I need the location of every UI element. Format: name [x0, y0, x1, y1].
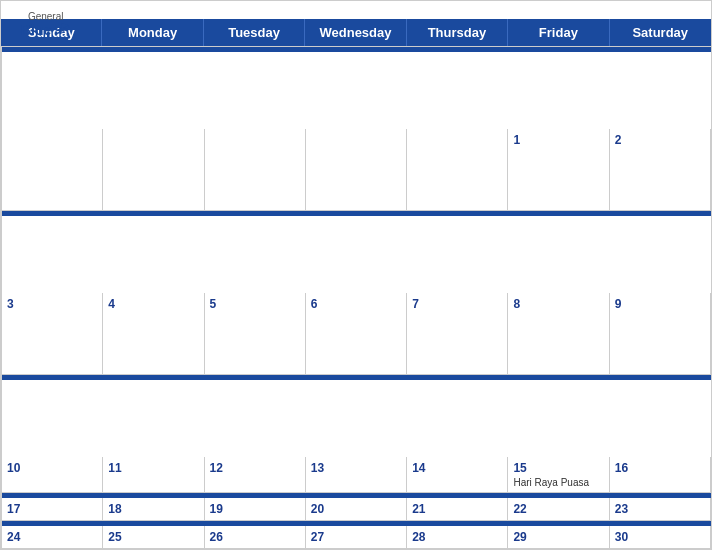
- week-separator-1: [2, 211, 711, 216]
- calendar-cell: 29: [508, 526, 609, 549]
- calendar-cell: 6: [306, 293, 407, 375]
- calendar-cell: 12: [205, 457, 306, 493]
- calendar-cell: 3: [2, 293, 103, 375]
- calendar-cell: 7: [407, 293, 508, 375]
- cell-date: 19: [210, 502, 300, 516]
- day-header-saturday: Saturday: [610, 19, 711, 46]
- cell-date: 13: [311, 461, 401, 475]
- calendar-cell: [103, 129, 204, 211]
- calendar: General Blue SundayMondayTuesdayWednesda…: [0, 0, 712, 550]
- cell-date: 4: [108, 297, 198, 311]
- calendar-cell: 5: [205, 293, 306, 375]
- calendar-cell: 16: [610, 457, 711, 493]
- day-header-tuesday: Tuesday: [204, 19, 305, 46]
- cell-date: 17: [7, 502, 97, 516]
- calendar-cell: 18: [103, 498, 204, 521]
- week-separator-2: [2, 375, 711, 380]
- calendar-cell: [2, 129, 103, 211]
- calendar-cell: 4: [103, 293, 204, 375]
- cell-date: 11: [108, 461, 198, 475]
- cell-date: 27: [311, 530, 401, 544]
- logo-bird-icon: [52, 23, 70, 37]
- calendar-cell: 14: [407, 457, 508, 493]
- calendar-cell: 1: [508, 129, 609, 211]
- day-header-wednesday: Wednesday: [305, 19, 406, 46]
- calendar-cell: 11: [103, 457, 204, 493]
- calendar-cell: 22: [508, 498, 609, 521]
- calendar-cell: 15Hari Raya Puasa: [508, 457, 609, 493]
- cell-date: 1: [513, 133, 603, 147]
- logo-general-text: General: [28, 11, 64, 22]
- calendar-cell: [205, 129, 306, 211]
- cell-date: 30: [615, 530, 705, 544]
- calendar-cell: 23: [610, 498, 711, 521]
- cell-date: 29: [513, 530, 603, 544]
- calendar-cell: 9: [610, 293, 711, 375]
- calendar-cell: 10: [2, 457, 103, 493]
- day-header-monday: Monday: [102, 19, 203, 46]
- calendar-cell: 8: [508, 293, 609, 375]
- calendar-cell: 17: [2, 498, 103, 521]
- cell-date: 6: [311, 297, 401, 311]
- cell-date: 3: [7, 297, 97, 311]
- cell-date: 25: [108, 530, 198, 544]
- calendar-cell: 21: [407, 498, 508, 521]
- day-header-thursday: Thursday: [407, 19, 508, 46]
- cell-date: 14: [412, 461, 502, 475]
- calendar-header: General Blue: [1, 1, 711, 19]
- cell-date: 21: [412, 502, 502, 516]
- cell-date: 18: [108, 502, 198, 516]
- cell-date: 23: [615, 502, 705, 516]
- calendar-cell: 13: [306, 457, 407, 493]
- cell-date: 28: [412, 530, 502, 544]
- day-header-friday: Friday: [508, 19, 609, 46]
- cell-date: 5: [210, 297, 300, 311]
- cell-date: 24: [7, 530, 97, 544]
- calendar-cell: 20: [306, 498, 407, 521]
- day-headers: SundayMondayTuesdayWednesdayThursdayFrid…: [1, 19, 711, 46]
- calendar-cell: 28: [407, 526, 508, 549]
- calendar-cell: 26: [205, 526, 306, 549]
- calendar-cell: [306, 129, 407, 211]
- cell-date: 12: [210, 461, 300, 475]
- cell-date: 22: [513, 502, 603, 516]
- cell-date: 2: [615, 133, 705, 147]
- cell-date: 20: [311, 502, 401, 516]
- calendar-grid: 123456789101112131415Hari Raya Puasa1617…: [1, 46, 711, 549]
- calendar-cell: 19: [205, 498, 306, 521]
- cell-date: 16: [615, 461, 705, 475]
- logo-blue-label: Blue: [21, 22, 51, 38]
- calendar-cell: 2: [610, 129, 711, 211]
- cell-date: 7: [412, 297, 502, 311]
- cell-date: 26: [210, 530, 300, 544]
- calendar-cell: 27: [306, 526, 407, 549]
- cell-date: 15: [513, 461, 603, 475]
- cell-event: Hari Raya Puasa: [513, 477, 603, 488]
- calendar-cell: 30: [610, 526, 711, 549]
- cell-date: 9: [615, 297, 705, 311]
- cell-date: 8: [513, 297, 603, 311]
- week-separator-0: [2, 47, 711, 52]
- calendar-cell: 24: [2, 526, 103, 549]
- calendar-cell: 25: [103, 526, 204, 549]
- logo: General Blue: [21, 11, 70, 38]
- calendar-cell: [407, 129, 508, 211]
- cell-date: 10: [7, 461, 97, 475]
